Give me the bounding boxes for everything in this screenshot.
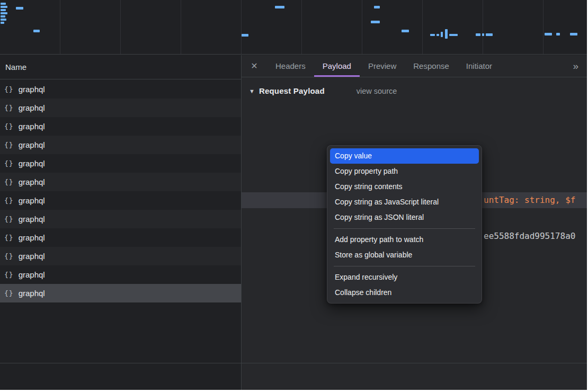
name-header-label: Name: [5, 63, 26, 72]
tab-initiator[interactable]: Initiator: [458, 55, 501, 77]
overview-gridline: [422, 0, 423, 54]
request-timing-bar: [570, 33, 577, 35]
request-name: graphql: [19, 233, 45, 242]
overview-gridline: [120, 0, 121, 54]
json-braces-icon: {}: [4, 85, 14, 93]
json-braces-icon: {}: [4, 252, 14, 260]
request-timing-bar: [371, 21, 380, 23]
tab-bar: ✕ HeadersPayloadPreviewResponseInitiator…: [242, 55, 587, 77]
network-overview-timeline[interactable]: [0, 0, 587, 55]
request-name: graphql: [19, 103, 45, 112]
tab-headers[interactable]: Headers: [267, 55, 314, 77]
json-braces-icon: {}: [4, 159, 14, 167]
request-timing-bar: [545, 33, 552, 35]
request-timing-bar: [449, 34, 458, 36]
request-timing-bar: [482, 33, 484, 36]
request-timing-bar: [430, 34, 435, 36]
json-braces-icon: {}: [4, 215, 14, 223]
overview-gridline: [241, 0, 242, 54]
request-row[interactable]: {}graphql: [0, 154, 241, 173]
devtools-network-panel: Name {}graphql{}graphql{}graphql{}graphq…: [0, 0, 587, 390]
request-name: graphql: [19, 289, 45, 298]
request-timing-bar: [1, 3, 6, 5]
request-timing-bar: [1, 15, 5, 17]
request-timing-bar: [476, 33, 480, 36]
request-payload-section-header: ▼ Request Payload view source: [249, 86, 587, 95]
request-timing-bar: [16, 7, 23, 10]
request-timing-bar: [1, 12, 7, 14]
request-timing-bar: [556, 33, 560, 35]
tab-response[interactable]: Response: [405, 55, 458, 77]
request-row[interactable]: {}graphql: [0, 228, 241, 247]
json-braces-icon: {}: [4, 178, 14, 186]
request-name: graphql: [19, 85, 45, 94]
request-timing-bar: [1, 19, 6, 21]
menu-separator: [334, 266, 475, 266]
request-timing-bar: [486, 33, 493, 36]
overview-gridline: [60, 0, 60, 54]
column-header-name[interactable]: Name: [0, 55, 241, 79]
menu-item[interactable]: Collapse children: [327, 285, 482, 300]
json-braces-icon: {}: [4, 271, 14, 279]
menu-item[interactable]: Copy property path: [327, 164, 482, 179]
request-timing-bar: [242, 34, 248, 37]
tab-strip: HeadersPayloadPreviewResponseInitiator: [267, 55, 501, 77]
request-row[interactable]: {}graphql: [0, 80, 241, 99]
menu-item[interactable]: Expand recursively: [327, 270, 482, 285]
json-braces-icon: {}: [4, 234, 14, 242]
request-row[interactable]: {}graphql: [0, 99, 241, 117]
request-row[interactable]: {}graphql: [0, 136, 241, 154]
property-value-continued: ee5588fdad995178a0: [484, 228, 575, 244]
request-timing-bar: [1, 9, 6, 11]
request-name: graphql: [19, 270, 45, 279]
menu-item[interactable]: Copy string contents: [327, 179, 482, 194]
json-braces-icon: {}: [4, 141, 14, 149]
request-timing-bar: [1, 6, 7, 8]
json-braces-icon: {}: [4, 104, 14, 112]
request-row[interactable]: {}graphql: [0, 191, 241, 210]
request-timing-bar: [374, 6, 380, 8]
json-braces-icon: {}: [4, 289, 14, 297]
request-name: graphql: [19, 252, 45, 261]
request-timing-bar: [1, 22, 4, 24]
caret-down-icon[interactable]: ▼: [249, 88, 255, 94]
tree-row-object-root[interactable]: ▼{operationName: "ipFlowTimeseries", var…: [242, 120, 587, 136]
property-value-continued: untTag: string, $f: [484, 192, 575, 208]
context-menu: Copy valueCopy property pathCopy string …: [327, 145, 482, 304]
request-name: graphql: [19, 196, 45, 205]
json-braces-icon: {}: [4, 122, 14, 130]
overview-gridline: [181, 0, 181, 54]
request-timing-bar: [436, 34, 439, 36]
request-row[interactable]: {}graphql: [0, 117, 241, 136]
request-timing-bar: [445, 29, 448, 39]
menu-item[interactable]: Copy string as JSON literal: [327, 210, 482, 225]
more-tabs-icon[interactable]: »: [564, 55, 587, 77]
overview-gridline: [301, 0, 302, 54]
menu-item[interactable]: Store as global variable: [327, 247, 482, 263]
menu-separator: [334, 228, 475, 229]
close-icon[interactable]: ✕: [242, 55, 267, 77]
view-source-link[interactable]: view source: [357, 87, 397, 95]
overview-gridline: [543, 0, 544, 54]
overview-gridline: [362, 0, 362, 54]
tab-preview[interactable]: Preview: [360, 55, 405, 77]
request-row[interactable]: {}graphql: [0, 247, 241, 265]
request-timing-bar: [402, 30, 409, 32]
request-name: graphql: [19, 122, 45, 131]
request-row[interactable]: {}graphql: [0, 210, 241, 228]
request-timing-bar: [275, 6, 284, 8]
menu-item[interactable]: Copy value: [330, 148, 479, 164]
request-row[interactable]: {}graphql: [0, 284, 241, 302]
footer-divider: [0, 363, 587, 363]
request-name: graphql: [19, 215, 45, 224]
request-row[interactable]: {}graphql: [0, 265, 241, 284]
section-title: Request Payload: [259, 86, 325, 95]
request-name: graphql: [19, 177, 45, 186]
overview-gridline: [483, 0, 483, 54]
request-name: graphql: [19, 159, 45, 168]
menu-item[interactable]: Add property path to watch: [327, 232, 482, 247]
network-list-panel: Name {}graphql{}graphql{}graphql{}graphq…: [0, 55, 241, 390]
menu-item[interactable]: Copy string as JavaScript literal: [327, 194, 482, 210]
tab-payload[interactable]: Payload: [314, 55, 360, 77]
request-row[interactable]: {}graphql: [0, 173, 241, 191]
